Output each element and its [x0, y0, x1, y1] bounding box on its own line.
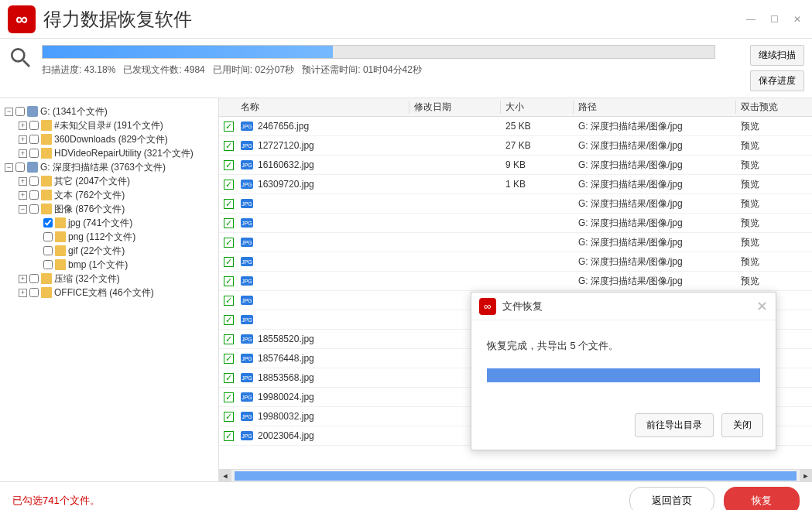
tree-node-compress[interactable]: + 压缩 (32个文件) — [5, 272, 214, 286]
tree-checkbox[interactable] — [29, 176, 39, 186]
tree-checkbox[interactable] — [29, 288, 39, 297]
continue-scan-button[interactable]: 继续扫描 — [750, 45, 804, 66]
progress-area: 扫描进度: 43.18% 已发现文件数: 4984 已用时间: 02分07秒 预… — [0, 39, 812, 98]
goto-export-button[interactable]: 前往导出目录 — [635, 413, 714, 437]
file-path: G: 深度扫描结果/图像/jpg — [574, 139, 736, 152]
file-row[interactable]: ✓JPGG: 深度扫描结果/图像/jpg预览 — [219, 194, 812, 214]
tree-checkbox[interactable] — [29, 274, 39, 283]
tree-node-g-drive[interactable]: − G: (1341个文件) — [5, 104, 214, 118]
tree-checkbox[interactable] — [29, 204, 39, 214]
tree-node-bmp[interactable]: bmp (1个文件) — [5, 258, 214, 272]
column-size[interactable]: 大小 — [501, 101, 574, 114]
tree-node-other[interactable]: + 其它 (2047个文件) — [5, 174, 214, 188]
file-row[interactable]: ✓JPGG: 深度扫描结果/图像/jpg预览 — [219, 252, 812, 272]
file-preview-link[interactable]: 预览 — [736, 159, 812, 172]
file-row[interactable]: ✓JPG16160632.jpg9 KBG: 深度扫描结果/图像/jpg预览 — [219, 156, 812, 175]
row-checkbox[interactable]: ✓ — [224, 238, 234, 248]
file-row[interactable]: ✓JPGG: 深度扫描结果/图像/jpg预览 — [219, 272, 812, 291]
dialog-close-button[interactable]: 关闭 — [721, 413, 763, 437]
back-home-button[interactable]: 返回首页 — [629, 487, 714, 511]
tree-checkbox[interactable] — [29, 149, 39, 158]
tree-node-text[interactable]: + 文本 (762个文件) — [5, 188, 214, 202]
collapse-icon[interactable]: − — [5, 163, 13, 172]
folder-icon — [41, 120, 52, 131]
file-preview-link[interactable]: 预览 — [736, 197, 812, 211]
save-progress-button[interactable]: 保存进度 — [750, 70, 804, 91]
row-checkbox[interactable]: ✓ — [224, 373, 234, 383]
tree-checkbox[interactable] — [15, 107, 25, 116]
file-row[interactable]: ✓JPGG: 深度扫描结果/图像/jpg预览 — [219, 214, 812, 233]
expand-icon[interactable]: + — [19, 191, 27, 200]
expand-icon[interactable]: + — [19, 289, 27, 297]
file-preview-link[interactable]: 预览 — [736, 120, 812, 133]
column-preview[interactable]: 双击预览 — [736, 101, 812, 114]
tree-node-gif[interactable]: gif (22个文件) — [5, 244, 214, 258]
column-name[interactable]: 名称 — [238, 101, 409, 114]
tree-node-png[interactable]: png (112个文件) — [5, 230, 214, 244]
row-checkbox[interactable]: ✓ — [224, 431, 234, 441]
maximize-button[interactable]: ☐ — [767, 12, 781, 26]
dialog-header: ∞ 文件恢复 ✕ — [471, 293, 776, 320]
tree-node-office[interactable]: + OFFICE文档 (46个文件) — [5, 286, 214, 299]
tree-node-jpg[interactable]: jpg (741个文件) — [5, 216, 214, 230]
row-checkbox[interactable]: ✓ — [224, 315, 234, 325]
column-date[interactable]: 修改日期 — [409, 101, 501, 114]
expand-icon[interactable]: + — [19, 135, 27, 144]
row-checkbox[interactable]: ✓ — [224, 276, 234, 286]
file-preview-link[interactable]: 预览 — [736, 139, 812, 152]
expand-icon[interactable]: + — [19, 122, 27, 130]
tree-node-downloads[interactable]: + 360Downloads (829个文件) — [5, 132, 214, 146]
expand-icon[interactable]: + — [19, 177, 27, 186]
expand-icon[interactable]: + — [19, 275, 27, 283]
row-checkbox[interactable]: ✓ — [224, 122, 234, 132]
tree-checkbox[interactable] — [29, 135, 39, 144]
expand-icon[interactable]: + — [19, 149, 27, 158]
tree-checkbox[interactable] — [43, 246, 53, 255]
file-row[interactable]: ✓JPG2467656.jpg25 KBG: 深度扫描结果/图像/jpg预览 — [219, 117, 812, 136]
row-checkbox[interactable]: ✓ — [224, 412, 234, 422]
row-checkbox[interactable]: ✓ — [224, 392, 234, 402]
row-checkbox[interactable]: ✓ — [224, 180, 234, 190]
file-row[interactable]: ✓JPGG: 深度扫描结果/图像/jpg预览 — [219, 233, 812, 252]
collapse-icon[interactable]: − — [5, 108, 13, 116]
row-checkbox[interactable]: ✓ — [224, 160, 234, 170]
horizontal-scrollbar[interactable]: ◄ ► — [219, 469, 812, 481]
file-preview-link[interactable]: 预览 — [736, 178, 812, 191]
tree-checkbox[interactable] — [43, 232, 53, 241]
close-button[interactable]: ✕ — [790, 12, 804, 26]
file-preview-link[interactable]: 预览 — [736, 236, 812, 249]
row-checkbox[interactable]: ✓ — [224, 141, 234, 151]
file-preview-link[interactable]: 预览 — [736, 255, 812, 269]
folder-icon — [41, 273, 52, 284]
row-checkbox[interactable]: ✓ — [224, 296, 234, 306]
tree-checkbox[interactable] — [43, 218, 53, 228]
collapse-icon[interactable]: − — [19, 205, 27, 214]
scroll-left-icon[interactable]: ◄ — [219, 470, 231, 482]
file-preview-link[interactable]: 预览 — [736, 217, 812, 230]
tree-checkbox[interactable] — [15, 163, 25, 172]
tree-panel[interactable]: − G: (1341个文件) + #未知父目录# (191个文件) + 360D… — [0, 98, 219, 481]
minimize-button[interactable]: — — [744, 12, 758, 26]
tree-node-unknown[interactable]: + #未知父目录# (191个文件) — [5, 118, 214, 132]
column-path[interactable]: 路径 — [574, 101, 736, 114]
tree-node-deep-scan[interactable]: − G: 深度扫描结果 (3763个文件) — [5, 160, 214, 174]
tree-node-image[interactable]: − 图像 (876个文件) — [5, 202, 214, 216]
recover-button[interactable]: 恢复 — [724, 487, 800, 511]
dialog-close-icon[interactable]: ✕ — [756, 298, 768, 315]
row-checkbox[interactable]: ✓ — [224, 199, 234, 209]
tree-checkbox[interactable] — [43, 260, 53, 269]
row-checkbox[interactable]: ✓ — [224, 218, 234, 228]
scroll-right-icon[interactable]: ► — [800, 470, 812, 482]
tree-checkbox[interactable] — [29, 190, 39, 200]
row-checkbox[interactable]: ✓ — [224, 334, 234, 344]
tree-node-hdvideo[interactable]: + HDVideoRepairUtility (321个文件) — [5, 146, 214, 160]
row-checkbox[interactable]: ✓ — [224, 257, 234, 267]
file-list-header: 名称 修改日期 大小 路径 双击预览 — [219, 98, 812, 117]
row-checkbox[interactable]: ✓ — [224, 354, 234, 364]
file-preview-link[interactable]: 预览 — [736, 275, 812, 288]
tree-checkbox[interactable] — [29, 121, 39, 130]
selection-status: 已勾选741个文件。 — [12, 494, 100, 508]
scrollbar-thumb[interactable] — [235, 471, 797, 481]
file-row[interactable]: ✓JPG12727120.jpg27 KBG: 深度扫描结果/图像/jpg预览 — [219, 136, 812, 156]
file-row[interactable]: ✓JPG16309720.jpg1 KBG: 深度扫描结果/图像/jpg预览 — [219, 175, 812, 194]
